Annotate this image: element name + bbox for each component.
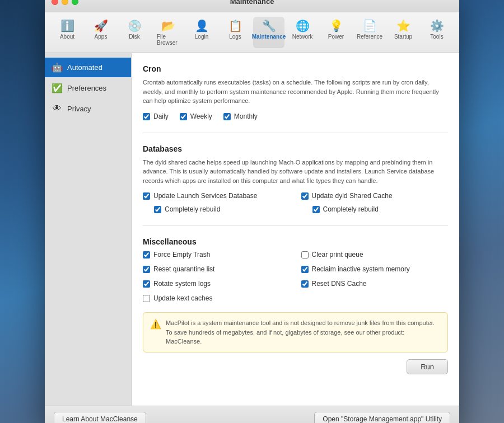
launch-services-label: Update Launch Services Database xyxy=(153,192,257,200)
startup-label: Startup xyxy=(394,34,412,40)
toolbar-login[interactable]: 👤 Login xyxy=(186,17,217,48)
update-kext-checkbox[interactable] xyxy=(143,295,150,302)
dyld-rebuild-checkbox[interactable] xyxy=(312,206,320,213)
main-window: Maintenance ℹ️ About 🚀 Apps 💿 Disk 📂 Fil… xyxy=(45,0,459,423)
toolbar-startup[interactable]: ⭐ Startup xyxy=(388,17,419,48)
logs-label: Logs xyxy=(229,34,241,40)
reference-label: Reference xyxy=(357,34,382,40)
cron-daily-label: Daily xyxy=(153,112,169,120)
toolbar-reference[interactable]: 📄 Reference xyxy=(354,17,385,48)
rotate-logs-label: Rotate system logs xyxy=(153,280,211,288)
login-label: Login xyxy=(195,34,208,40)
cron-description: Crontab automatically runs executables (… xyxy=(143,78,448,106)
cron-section: Cron Crontab automatically runs executab… xyxy=(143,64,448,133)
automated-label: Automated xyxy=(67,63,102,72)
file-browser-icon: 📂 xyxy=(161,19,175,32)
toolbar-maintenance[interactable]: 🔧 Maintenance xyxy=(253,17,284,48)
reset-dns-row: Reset DNS Cache xyxy=(301,280,449,288)
db-left-col: Update Launch Services Database Complete… xyxy=(143,192,290,217)
cron-monthly-checkbox[interactable] xyxy=(223,113,231,120)
cron-weekly-row: Weekly xyxy=(180,112,212,120)
about-icon: ℹ️ xyxy=(60,19,74,32)
privacy-icon: 👁 xyxy=(52,104,63,114)
preferences-label: Preferences xyxy=(67,84,106,92)
toolbar-disk[interactable]: 💿 Disk xyxy=(119,17,150,48)
sidebar-item-automated[interactable]: 🤖 Automated xyxy=(45,58,131,77)
dyld-cache-checkbox[interactable] xyxy=(301,192,309,200)
toolbar-help[interactable]: ❓ Help xyxy=(455,17,459,48)
preferences-icon: ✅ xyxy=(52,83,63,93)
force-empty-trash-row: Force Empty Trash xyxy=(143,251,290,258)
tools-label: Tools xyxy=(430,34,443,40)
toolbar-about[interactable]: ℹ️ About xyxy=(52,17,83,48)
databases-title: Databases xyxy=(143,144,448,153)
cron-daily-checkbox[interactable] xyxy=(143,113,150,120)
reset-dns-checkbox[interactable] xyxy=(301,280,309,288)
minimize-button[interactable] xyxy=(62,0,68,5)
clear-print-row: Clear print queue xyxy=(301,251,449,258)
dyld-cache-label: Update dyld Shared Cache xyxy=(312,192,393,200)
sidebar: 🤖 Automated ✅ Preferences 👁 Privacy xyxy=(45,53,132,406)
reclaim-memory-checkbox[interactable] xyxy=(301,266,309,273)
window-title: Maintenance xyxy=(230,0,274,6)
reclaim-memory-row: Reclaim inactive system memory xyxy=(301,265,449,273)
file-browser-label: File Browser xyxy=(157,34,179,46)
miscellaneous-section: Miscellaneous Force Empty Trash Clear pr… xyxy=(143,237,448,383)
databases-section: Databases The dyld shared cache helps sp… xyxy=(143,144,448,227)
reference-icon: 📄 xyxy=(363,19,377,32)
network-icon: 🌐 xyxy=(296,19,310,32)
content-area: Cron Crontab automatically runs executab… xyxy=(132,53,459,406)
update-kext-label: Update kext caches xyxy=(153,294,212,302)
warning-icon: ⚠️ xyxy=(150,319,161,330)
miscellaneous-grid: Force Empty Trash Clear print queue Rese… xyxy=(143,251,448,306)
cron-monthly-label: Monthly xyxy=(234,112,258,120)
toolbar-power[interactable]: 💡 Power xyxy=(320,17,352,48)
toolbar-tools[interactable]: ⚙️ Tools xyxy=(421,17,452,48)
run-button[interactable]: Run xyxy=(407,359,448,374)
maximize-button[interactable] xyxy=(72,0,78,5)
sidebar-item-preferences[interactable]: ✅ Preferences xyxy=(45,78,131,98)
toolbar-logs[interactable]: 📋 Logs xyxy=(220,17,251,48)
toolbar-file-browser[interactable]: 📂 File Browser xyxy=(152,17,184,48)
clear-print-label: Clear print queue xyxy=(312,251,363,258)
reset-quarantine-checkbox[interactable] xyxy=(143,266,150,273)
about-label: About xyxy=(60,34,74,40)
main-area: 🤖 Automated ✅ Preferences 👁 Privacy Cron… xyxy=(45,53,459,406)
toolbar-network[interactable]: 🌐 Network xyxy=(287,17,318,48)
reset-quarantine-label: Reset quarantine list xyxy=(153,265,214,273)
learn-macCleanse-button[interactable]: Learn About MacCleanse xyxy=(54,412,146,423)
databases-description: The dyld shared cache helps speed up lau… xyxy=(143,158,448,186)
force-empty-trash-checkbox[interactable] xyxy=(143,251,150,258)
reset-quarantine-row: Reset quarantine list xyxy=(143,265,290,273)
run-row: Run xyxy=(143,359,448,374)
close-button[interactable] xyxy=(52,0,58,5)
dyld-rebuild-label: Completely rebuild xyxy=(323,205,379,213)
update-kext-row: Update kext caches xyxy=(143,294,290,302)
warning-box: ⚠️ MacPilot is a system maintenance tool… xyxy=(143,312,448,352)
launch-services-checkbox[interactable] xyxy=(143,192,150,200)
login-icon: 👤 xyxy=(195,19,209,32)
reclaim-memory-label: Reclaim inactive system memory xyxy=(312,265,410,273)
launch-services-rebuild-row: Completely rebuild xyxy=(143,205,290,213)
cron-daily-row: Daily xyxy=(143,112,169,120)
privacy-label: Privacy xyxy=(67,105,91,113)
disk-label: Disk xyxy=(129,34,139,40)
cron-weekly-checkbox[interactable] xyxy=(180,113,187,120)
miscellaneous-title: Miscellaneous xyxy=(143,237,448,246)
sidebar-item-privacy[interactable]: 👁 Privacy xyxy=(45,99,131,118)
network-label: Network xyxy=(292,34,313,40)
bottombar: Learn About MacCleanse Open "Storage Man… xyxy=(45,406,459,423)
db-right-col: Update dyld Shared Cache Completely rebu… xyxy=(301,192,449,217)
rotate-logs-row: Rotate system logs xyxy=(143,280,290,288)
toolbar: ℹ️ About 🚀 Apps 💿 Disk 📂 File Browser 👤 … xyxy=(45,12,459,53)
launch-rebuild-checkbox[interactable] xyxy=(154,206,161,213)
logs-icon: 📋 xyxy=(228,19,242,32)
cron-checkboxes: Daily Weekly Monthly xyxy=(143,112,448,124)
open-storage-utility-button[interactable]: Open "Storage Management.app" Utility xyxy=(314,412,450,423)
reset-dns-label: Reset DNS Cache xyxy=(312,280,367,288)
dyld-cache-row: Update dyld Shared Cache xyxy=(301,192,449,200)
dyld-rebuild-row: Completely rebuild xyxy=(301,205,449,213)
rotate-logs-checkbox[interactable] xyxy=(143,280,150,288)
clear-print-checkbox[interactable] xyxy=(301,251,309,258)
toolbar-apps[interactable]: 🚀 Apps xyxy=(85,17,116,48)
